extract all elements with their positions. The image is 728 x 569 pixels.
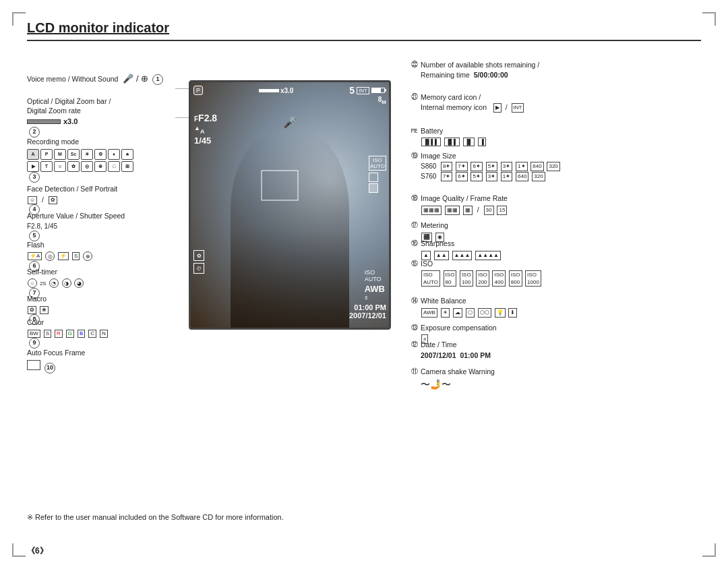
label-white-balance: ⑭ White Balance AWB ☀ ☁ ⬡ ⬡⬡ 💡 ⬇ xyxy=(421,296,518,318)
fps-15: 15 xyxy=(497,206,507,214)
label-flash: Flash ⚡A ◎ ⚡ S ⊕ 6 xyxy=(27,241,93,272)
lcd-shots: 5 xyxy=(349,85,355,96)
recording-mode-icons-row1: A P M Sc ☀ ⚙ ♦ ♣ xyxy=(27,149,133,160)
metering-text: Metering xyxy=(421,220,448,231)
label-num-2: 2 xyxy=(29,127,40,138)
lcd-mode-area: P xyxy=(193,86,203,95)
iso-80: ISO80 xyxy=(444,270,457,287)
lcd-zoom-text: x3.0 xyxy=(280,87,293,94)
self-timer-icons: ○ 2S ◔ ◑ ◕ xyxy=(27,278,84,288)
lcd-battery xyxy=(371,88,386,93)
af-frame-box xyxy=(27,360,40,370)
qual-basic: ▦ xyxy=(463,206,473,214)
label-num-14: ⑭ xyxy=(411,296,418,305)
flash-icon-3: ⚡ xyxy=(58,252,69,260)
iso-800: ISO800 xyxy=(509,270,522,287)
lcd-megapixel: 8M xyxy=(378,96,386,105)
label-sharpness: ⑯ Sharpness ▲ ▲▲ ▲▲▲ ▲▲▲▲ xyxy=(421,239,502,260)
wb-custom: ⬇ xyxy=(508,308,517,317)
rec-icon-r7: □ xyxy=(108,161,120,172)
memory-card-text: Memory card icon / xyxy=(421,92,524,102)
label-voice-memo: Voice memo / Without Sound 🎤 / ⊕ 1 xyxy=(27,73,163,85)
label-image-size: ⑲ Image Size S860 8✦ 7✦ 6✦ 5✦ 3✦ 1✦ 640 … xyxy=(421,151,561,181)
quality-icon-1 xyxy=(369,173,378,182)
s860-1: 1✦ xyxy=(516,162,527,171)
macro-icon-2: ❀ xyxy=(40,306,49,314)
label-zoom-text2: Digital Zoom rate xyxy=(27,107,111,116)
lcd-right-icons: ISOAUTO xyxy=(369,156,386,194)
flash-icon-2: ◎ xyxy=(45,251,55,261)
lcd-image-size: 8M xyxy=(378,96,386,105)
label-zoom: Optical / Digital Zoom bar / Digital Zoo… xyxy=(27,97,111,138)
s860-320: 320 xyxy=(547,162,559,171)
lcd-focus-box xyxy=(262,170,299,200)
lcd-top-bar: P x3.0 5 INT xyxy=(193,85,386,96)
timer-icon-1: ○ xyxy=(28,278,37,288)
center-lcd: P x3.0 5 INT xyxy=(175,60,404,471)
image-size-text: Image Size xyxy=(421,151,561,161)
aperture-value: F2.8, 1/45 xyxy=(27,222,125,231)
lcd-date: 2007/12/01 xyxy=(349,311,386,320)
iso-values: ISOAUTO ISO80 ISO100 ISO200 ISO400 ISO80… xyxy=(421,270,542,287)
image-size-s860: S860 8✦ 7✦ 6✦ 5✦ 3✦ 1✦ 640 320 xyxy=(421,162,561,171)
timer-icon-2: ◔ xyxy=(49,278,59,288)
s860-8m: 8✦ xyxy=(441,162,452,171)
flash-icons: ⚡A ◎ ⚡ S ⊕ xyxy=(27,251,93,261)
rec-icon-p: P xyxy=(40,149,53,160)
color-icon-g: G xyxy=(66,330,74,338)
mem-int-icon: INT xyxy=(512,103,524,112)
recording-mode-text: Recording mode xyxy=(27,138,133,147)
rec-icon-r1: ▶ xyxy=(27,161,39,172)
flash-icon-1: ⚡A xyxy=(28,252,42,260)
flash-text: Flash xyxy=(27,241,93,250)
color-text: Color xyxy=(27,318,109,328)
wb-sunny: ☀ xyxy=(441,308,450,317)
exposure-text: Exposure compensation xyxy=(421,323,497,333)
color-icon-bw: BW xyxy=(28,330,40,338)
label-memory-card: ㉑ Memory card icon / Internal memory ico… xyxy=(421,92,524,113)
label-num-20: ㉐ xyxy=(411,126,418,136)
timer-icon-4: ◕ xyxy=(74,278,84,288)
label-color: Color BW S R G B C N 9 xyxy=(27,318,109,349)
iso-400: ISO400 xyxy=(492,270,506,287)
label-date-time: ⑫ Date / Time 2007/12/01 01:00 PM xyxy=(421,340,491,360)
label-zoom-text: Optical / Digital Zoom bar / xyxy=(27,97,111,107)
image-quality-text: Image Quality / Frame Rate xyxy=(421,193,508,204)
page-title: LCD monitor indicator xyxy=(27,20,701,41)
diagram-area: Voice memo / Without Sound 🎤 / ⊕ 1 Optic… xyxy=(27,53,701,471)
label-image-quality: ⑱ Image Quality / Frame Rate ▦▦▦ ▦▦ ▦ / … xyxy=(421,193,508,215)
label-num-1: 1 xyxy=(152,74,163,85)
lcd-iso-label: ISOAUTO xyxy=(365,269,385,282)
color-icon-c: C xyxy=(88,330,96,338)
rec-icon-m: M xyxy=(54,149,66,160)
label-aperture: Aperture Value / Shutter Speed F2.8, 1/4… xyxy=(27,212,125,241)
macro-icon-1: ✿ xyxy=(28,306,36,314)
label-num-21: ㉑ xyxy=(411,92,418,102)
battery-fill xyxy=(372,88,381,92)
lcd-time: 01:00 PM xyxy=(349,303,386,311)
label-iso: ⑮ ISO ISOAUTO ISO80 ISO100 ISO200 ISO400… xyxy=(421,259,542,287)
bat-2: ▐▌ xyxy=(463,138,475,146)
lcd-awb-label: AWB xyxy=(365,284,385,294)
remaining-value: 5/00:00:00 xyxy=(474,71,508,79)
corner-bracket-tr xyxy=(702,12,716,26)
label-num-18: ⑱ xyxy=(411,193,418,203)
bat-1: ▐ xyxy=(478,138,486,146)
label-camera-shake: ⑪ Camera shake Warning 〜🤳〜 xyxy=(421,367,495,391)
label-battery: ㉐ Battery ▐▌▌▌ ▐▌▌ ▐▌ ▐ xyxy=(421,126,487,146)
rec-icon-c4: ♣ xyxy=(121,149,133,160)
qual-normal: ▦▦ xyxy=(445,206,460,214)
battery-icon xyxy=(371,88,385,93)
lcd-frame: P x3.0 5 INT xyxy=(189,80,391,330)
rec-icon-r5: ◎ xyxy=(81,161,93,172)
s860-3: 3✦ xyxy=(501,162,512,171)
rec-icon-c2: ⚙ xyxy=(94,149,107,160)
label-num-22: ㉒ xyxy=(411,60,418,69)
zoom-bar xyxy=(27,119,61,124)
iso-1000: ISO1000 xyxy=(525,270,541,287)
wb-auto: AWB xyxy=(421,308,437,317)
flash-icon-5: ⊕ xyxy=(83,251,92,261)
bat-full: ▐▌▌▌ xyxy=(421,138,441,146)
s760-1: 1✦ xyxy=(501,172,512,181)
label-num-13: ⑬ xyxy=(411,323,418,332)
